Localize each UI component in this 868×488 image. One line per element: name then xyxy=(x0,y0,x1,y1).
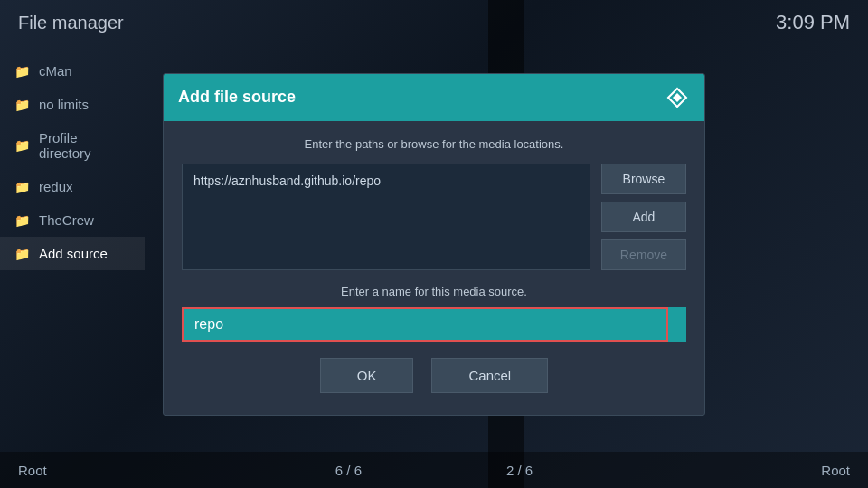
path-buttons: Browse Add Remove xyxy=(601,164,686,270)
add-file-source-dialog: Add file source Enter the paths or brows… xyxy=(163,73,705,416)
ok-button[interactable]: OK xyxy=(320,358,414,393)
dialog-actions: OK Cancel xyxy=(182,358,686,399)
name-input[interactable] xyxy=(182,307,668,342)
path-value: https://aznhusband.github.io/repo xyxy=(193,174,381,188)
status-middle-left: 6 / 6 xyxy=(335,463,362,478)
kodi-logo-icon xyxy=(665,85,690,110)
status-right: Root xyxy=(821,463,850,478)
remove-button[interactable]: Remove xyxy=(601,239,686,270)
cancel-button[interactable]: Cancel xyxy=(431,358,548,393)
name-input-row xyxy=(182,307,686,342)
dialog-description: Enter the paths or browse for the media … xyxy=(182,137,686,151)
path-input-area[interactable]: https://aznhusband.github.io/repo xyxy=(182,164,590,270)
status-center: 6 / 6 2 / 6 xyxy=(335,463,533,478)
path-section: https://aznhusband.github.io/repo Browse… xyxy=(182,164,686,270)
status-bar: Root 6 / 6 2 / 6 Root xyxy=(0,452,868,488)
dialog-body: Enter the paths or browse for the media … xyxy=(164,121,704,415)
add-button[interactable]: Add xyxy=(601,202,686,232)
status-left: Root xyxy=(18,463,47,478)
dialog-title: Add file source xyxy=(178,88,296,107)
svg-marker-2 xyxy=(673,93,682,102)
browse-button[interactable]: Browse xyxy=(601,164,686,194)
dialog-header: Add file source xyxy=(164,74,704,121)
status-middle-right: 2 / 6 xyxy=(506,463,533,478)
name-description: Enter a name for this media source. xyxy=(182,285,686,298)
name-input-extend xyxy=(668,307,686,342)
dialog-overlay: Add file source Enter the paths or brows… xyxy=(0,0,868,488)
